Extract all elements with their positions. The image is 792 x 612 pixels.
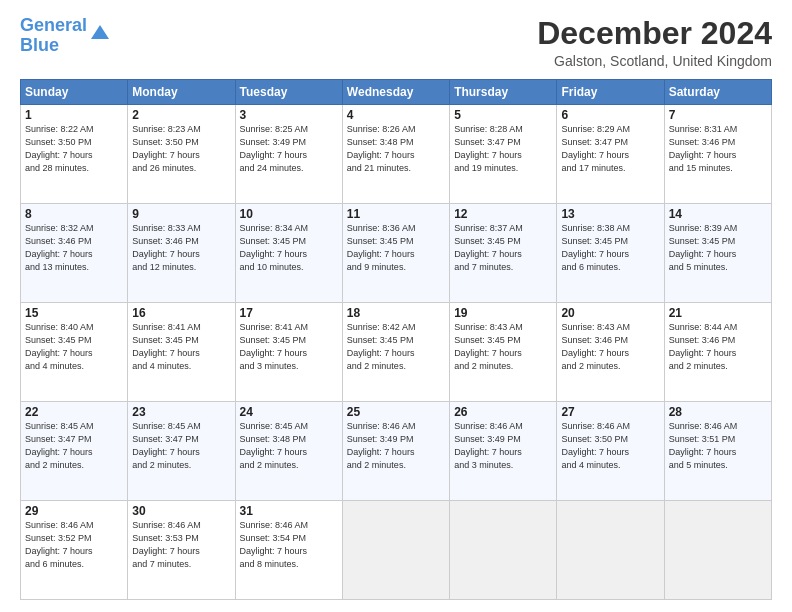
day-number: 15 xyxy=(25,306,123,320)
table-row: 29Sunrise: 8:46 AM Sunset: 3:52 PM Dayli… xyxy=(21,501,128,600)
day-info: Sunrise: 8:36 AM Sunset: 3:45 PM Dayligh… xyxy=(347,222,445,274)
day-info: Sunrise: 8:46 AM Sunset: 3:51 PM Dayligh… xyxy=(669,420,767,472)
table-row xyxy=(557,501,664,600)
day-number: 13 xyxy=(561,207,659,221)
title-block: December 2024 Galston, Scotland, United … xyxy=(537,16,772,69)
table-row: 28Sunrise: 8:46 AM Sunset: 3:51 PM Dayli… xyxy=(664,402,771,501)
table-row: 1Sunrise: 8:22 AM Sunset: 3:50 PM Daylig… xyxy=(21,105,128,204)
day-number: 17 xyxy=(240,306,338,320)
table-row: 3Sunrise: 8:25 AM Sunset: 3:49 PM Daylig… xyxy=(235,105,342,204)
day-number: 8 xyxy=(25,207,123,221)
col-wednesday: Wednesday xyxy=(342,80,449,105)
day-info: Sunrise: 8:46 AM Sunset: 3:49 PM Dayligh… xyxy=(347,420,445,472)
day-info: Sunrise: 8:34 AM Sunset: 3:45 PM Dayligh… xyxy=(240,222,338,274)
day-number: 5 xyxy=(454,108,552,122)
calendar-table: Sunday Monday Tuesday Wednesday Thursday… xyxy=(20,79,772,600)
table-row: 20Sunrise: 8:43 AM Sunset: 3:46 PM Dayli… xyxy=(557,303,664,402)
table-row: 12Sunrise: 8:37 AM Sunset: 3:45 PM Dayli… xyxy=(450,204,557,303)
day-number: 27 xyxy=(561,405,659,419)
day-info: Sunrise: 8:37 AM Sunset: 3:45 PM Dayligh… xyxy=(454,222,552,274)
logo-text: GeneralBlue xyxy=(20,16,87,56)
day-info: Sunrise: 8:45 AM Sunset: 3:48 PM Dayligh… xyxy=(240,420,338,472)
table-row: 2Sunrise: 8:23 AM Sunset: 3:50 PM Daylig… xyxy=(128,105,235,204)
table-row: 23Sunrise: 8:45 AM Sunset: 3:47 PM Dayli… xyxy=(128,402,235,501)
col-tuesday: Tuesday xyxy=(235,80,342,105)
day-number: 19 xyxy=(454,306,552,320)
day-number: 14 xyxy=(669,207,767,221)
day-number: 22 xyxy=(25,405,123,419)
day-info: Sunrise: 8:45 AM Sunset: 3:47 PM Dayligh… xyxy=(25,420,123,472)
table-row: 25Sunrise: 8:46 AM Sunset: 3:49 PM Dayli… xyxy=(342,402,449,501)
table-row: 13Sunrise: 8:38 AM Sunset: 3:45 PM Dayli… xyxy=(557,204,664,303)
table-row: 14Sunrise: 8:39 AM Sunset: 3:45 PM Dayli… xyxy=(664,204,771,303)
table-row: 5Sunrise: 8:28 AM Sunset: 3:47 PM Daylig… xyxy=(450,105,557,204)
day-number: 31 xyxy=(240,504,338,518)
calendar-week-row: 29Sunrise: 8:46 AM Sunset: 3:52 PM Dayli… xyxy=(21,501,772,600)
col-friday: Friday xyxy=(557,80,664,105)
table-row: 17Sunrise: 8:41 AM Sunset: 3:45 PM Dayli… xyxy=(235,303,342,402)
day-info: Sunrise: 8:31 AM Sunset: 3:46 PM Dayligh… xyxy=(669,123,767,175)
day-number: 12 xyxy=(454,207,552,221)
day-number: 28 xyxy=(669,405,767,419)
col-sunday: Sunday xyxy=(21,80,128,105)
table-row: 21Sunrise: 8:44 AM Sunset: 3:46 PM Dayli… xyxy=(664,303,771,402)
table-row: 27Sunrise: 8:46 AM Sunset: 3:50 PM Dayli… xyxy=(557,402,664,501)
day-number: 6 xyxy=(561,108,659,122)
col-thursday: Thursday xyxy=(450,80,557,105)
day-number: 25 xyxy=(347,405,445,419)
day-number: 2 xyxy=(132,108,230,122)
day-info: Sunrise: 8:46 AM Sunset: 3:53 PM Dayligh… xyxy=(132,519,230,571)
day-info: Sunrise: 8:45 AM Sunset: 3:47 PM Dayligh… xyxy=(132,420,230,472)
day-number: 1 xyxy=(25,108,123,122)
table-row: 8Sunrise: 8:32 AM Sunset: 3:46 PM Daylig… xyxy=(21,204,128,303)
day-info: Sunrise: 8:38 AM Sunset: 3:45 PM Dayligh… xyxy=(561,222,659,274)
day-number: 20 xyxy=(561,306,659,320)
day-number: 7 xyxy=(669,108,767,122)
day-info: Sunrise: 8:44 AM Sunset: 3:46 PM Dayligh… xyxy=(669,321,767,373)
day-number: 4 xyxy=(347,108,445,122)
day-info: Sunrise: 8:42 AM Sunset: 3:45 PM Dayligh… xyxy=(347,321,445,373)
table-row: 24Sunrise: 8:45 AM Sunset: 3:48 PM Dayli… xyxy=(235,402,342,501)
day-info: Sunrise: 8:46 AM Sunset: 3:49 PM Dayligh… xyxy=(454,420,552,472)
day-number: 10 xyxy=(240,207,338,221)
day-info: Sunrise: 8:28 AM Sunset: 3:47 PM Dayligh… xyxy=(454,123,552,175)
table-row: 18Sunrise: 8:42 AM Sunset: 3:45 PM Dayli… xyxy=(342,303,449,402)
day-info: Sunrise: 8:33 AM Sunset: 3:46 PM Dayligh… xyxy=(132,222,230,274)
day-info: Sunrise: 8:46 AM Sunset: 3:54 PM Dayligh… xyxy=(240,519,338,571)
day-number: 9 xyxy=(132,207,230,221)
day-number: 18 xyxy=(347,306,445,320)
calendar-week-row: 15Sunrise: 8:40 AM Sunset: 3:45 PM Dayli… xyxy=(21,303,772,402)
col-monday: Monday xyxy=(128,80,235,105)
table-row xyxy=(664,501,771,600)
day-number: 24 xyxy=(240,405,338,419)
table-row: 10Sunrise: 8:34 AM Sunset: 3:45 PM Dayli… xyxy=(235,204,342,303)
logo-arrow-icon xyxy=(89,21,111,43)
table-row: 26Sunrise: 8:46 AM Sunset: 3:49 PM Dayli… xyxy=(450,402,557,501)
table-row xyxy=(342,501,449,600)
table-row: 4Sunrise: 8:26 AM Sunset: 3:48 PM Daylig… xyxy=(342,105,449,204)
svg-marker-0 xyxy=(91,25,109,39)
day-info: Sunrise: 8:39 AM Sunset: 3:45 PM Dayligh… xyxy=(669,222,767,274)
table-row: 11Sunrise: 8:36 AM Sunset: 3:45 PM Dayli… xyxy=(342,204,449,303)
day-info: Sunrise: 8:46 AM Sunset: 3:52 PM Dayligh… xyxy=(25,519,123,571)
table-row xyxy=(450,501,557,600)
table-row: 15Sunrise: 8:40 AM Sunset: 3:45 PM Dayli… xyxy=(21,303,128,402)
day-info: Sunrise: 8:40 AM Sunset: 3:45 PM Dayligh… xyxy=(25,321,123,373)
table-row: 22Sunrise: 8:45 AM Sunset: 3:47 PM Dayli… xyxy=(21,402,128,501)
page: GeneralBlue December 2024 Galston, Scotl… xyxy=(0,0,792,612)
day-info: Sunrise: 8:32 AM Sunset: 3:46 PM Dayligh… xyxy=(25,222,123,274)
day-info: Sunrise: 8:43 AM Sunset: 3:46 PM Dayligh… xyxy=(561,321,659,373)
calendar-week-row: 1Sunrise: 8:22 AM Sunset: 3:50 PM Daylig… xyxy=(21,105,772,204)
col-saturday: Saturday xyxy=(664,80,771,105)
day-info: Sunrise: 8:29 AM Sunset: 3:47 PM Dayligh… xyxy=(561,123,659,175)
logo: GeneralBlue xyxy=(20,16,111,56)
calendar-week-row: 8Sunrise: 8:32 AM Sunset: 3:46 PM Daylig… xyxy=(21,204,772,303)
day-number: 29 xyxy=(25,504,123,518)
day-info: Sunrise: 8:22 AM Sunset: 3:50 PM Dayligh… xyxy=(25,123,123,175)
day-number: 23 xyxy=(132,405,230,419)
day-info: Sunrise: 8:41 AM Sunset: 3:45 PM Dayligh… xyxy=(240,321,338,373)
day-info: Sunrise: 8:23 AM Sunset: 3:50 PM Dayligh… xyxy=(132,123,230,175)
day-info: Sunrise: 8:26 AM Sunset: 3:48 PM Dayligh… xyxy=(347,123,445,175)
day-info: Sunrise: 8:41 AM Sunset: 3:45 PM Dayligh… xyxy=(132,321,230,373)
table-row: 19Sunrise: 8:43 AM Sunset: 3:45 PM Dayli… xyxy=(450,303,557,402)
